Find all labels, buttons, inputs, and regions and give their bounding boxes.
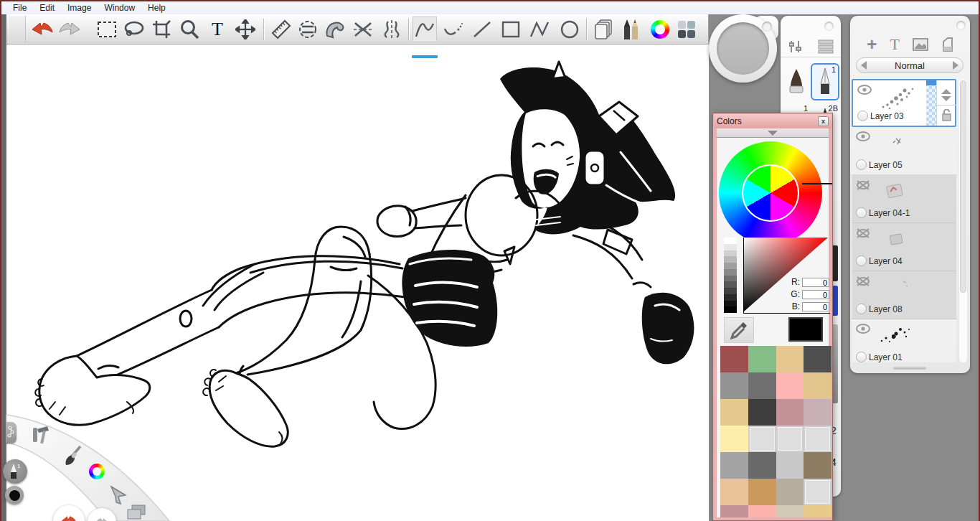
color-swatch[interactable]: [776, 479, 804, 505]
menu-window[interactable]: Window: [98, 2, 141, 14]
grayscale-strip[interactable]: [724, 238, 737, 313]
color-swatch[interactable]: [748, 452, 776, 479]
rectangle-tool[interactable]: [499, 18, 523, 41]
rect-select-tool[interactable]: [95, 18, 119, 41]
line-tool[interactable]: [470, 18, 494, 41]
layer-radio[interactable]: [856, 304, 867, 314]
color-wheel-inner-pie[interactable]: [742, 164, 799, 222]
color-swatch[interactable]: [720, 346, 748, 372]
color-wheel[interactable]: [719, 141, 822, 245]
ellipse-tool[interactable]: [557, 18, 582, 41]
layer-opacity-slider[interactable]: [926, 80, 936, 126]
tools-hammer-icon[interactable]: [30, 423, 50, 445]
brush-settings-icon[interactable]: [789, 40, 804, 53]
polyline-tool[interactable]: [527, 18, 552, 41]
layers-scrollbar-thumb[interactable]: [960, 80, 966, 293]
layer-collapse-arrows-icon[interactable]: [941, 89, 951, 101]
color-puck[interactable]: [5, 486, 24, 504]
panel-resize-grip[interactable]: [893, 367, 926, 370]
red-value-input[interactable]: 0: [802, 278, 829, 287]
eye-icon[interactable]: [857, 85, 872, 95]
panel-drag-hole[interactable]: [956, 21, 966, 30]
layer-radio[interactable]: [856, 255, 867, 266]
eye-hidden-icon[interactable]: [856, 276, 870, 287]
layer-row[interactable]: Layer 03: [852, 79, 956, 127]
lasso-tool[interactable]: [122, 18, 146, 41]
color-swatch[interactable]: [776, 399, 804, 426]
color-swatch[interactable]: [776, 372, 804, 399]
blend-next-arrow-icon[interactable]: [953, 61, 958, 70]
current-color-swatch[interactable]: [788, 317, 823, 342]
color-swatch[interactable]: [776, 505, 804, 517]
layer-row[interactable]: Layer 08: [852, 271, 956, 319]
symmetry-tool[interactable]: [296, 18, 320, 41]
menu-help[interactable]: Help: [142, 2, 171, 14]
color-swatch[interactable]: [748, 399, 776, 426]
color-swatch[interactable]: [720, 399, 748, 426]
eyedropper-button[interactable]: [724, 317, 754, 343]
color-swatch[interactable]: [776, 452, 804, 479]
copy-pages-tool[interactable]: [592, 18, 616, 41]
dotted-curve-tool[interactable]: [441, 18, 466, 41]
crop-tool[interactable]: [149, 18, 174, 41]
menu-edit[interactable]: Edit: [34, 2, 60, 14]
image-layer-button[interactable]: [913, 38, 928, 51]
color-swatch[interactable]: [804, 426, 831, 452]
layer-row[interactable]: Layer 04-1: [852, 175, 956, 223]
color-wheel-tool[interactable]: [648, 18, 672, 41]
lagoon-tab[interactable]: [6, 422, 17, 443]
layer-radio[interactable]: [856, 207, 867, 218]
eye-icon[interactable]: [856, 324, 870, 334]
color-swatch[interactable]: [748, 479, 776, 505]
color-swatch[interactable]: [804, 479, 831, 505]
ruler-tool[interactable]: [269, 18, 293, 41]
brush-item-partial[interactable]: [832, 324, 838, 403]
color-swatch[interactable]: [748, 372, 776, 399]
menu-file[interactable]: File: [7, 2, 32, 14]
color-swatch[interactable]: [804, 505, 831, 517]
paintbrush-icon[interactable]: [63, 445, 85, 468]
opacity-slider-handle[interactable]: [926, 80, 936, 85]
layers-scrollbar[interactable]: [959, 79, 967, 362]
layer-row[interactable]: Layer 05: [852, 127, 956, 175]
eye-icon[interactable]: [856, 131, 870, 141]
curve-tool-selected[interactable]: [413, 17, 437, 41]
color-swatch[interactable]: [748, 505, 776, 517]
layer-row[interactable]: Layer 01: [852, 319, 956, 362]
brush-list-icon[interactable]: [818, 39, 834, 54]
text-tool[interactable]: T: [205, 18, 230, 41]
undo-button[interactable]: [30, 18, 55, 41]
lagoon-ring[interactable]: [0, 400, 179, 521]
panel-drag-hole[interactable]: [824, 22, 834, 31]
color-swatch[interactable]: [804, 372, 831, 399]
close-icon[interactable]: x: [818, 116, 829, 126]
color-swatch[interactable]: [804, 399, 831, 426]
menu-image[interactable]: Image: [62, 2, 97, 14]
color-swatch[interactable]: [720, 505, 748, 517]
layer-radio[interactable]: [857, 111, 868, 121]
layer-radio[interactable]: [856, 159, 867, 170]
color-swatch[interactable]: [748, 426, 776, 452]
layer-row[interactable]: Layer 04: [852, 223, 956, 271]
redo-button[interactable]: [57, 18, 82, 41]
smudge-tool[interactable]: [323, 18, 347, 41]
color-swatch[interactable]: [748, 346, 776, 372]
brush-size-puck[interactable]: [709, 14, 777, 83]
distort-tool[interactable]: [351, 18, 375, 41]
blue-value-input[interactable]: 0: [802, 302, 829, 311]
eye-hidden-icon[interactable]: [856, 179, 870, 191]
blend-prev-arrow-icon[interactable]: [861, 61, 867, 70]
color-swatch[interactable]: [720, 452, 748, 479]
color-swatch[interactable]: [720, 372, 748, 399]
color-swatch[interactable]: [776, 346, 804, 372]
color-swatch[interactable]: [776, 426, 804, 452]
color-swatch[interactable]: [804, 452, 831, 479]
move-tool[interactable]: [233, 18, 258, 41]
colors-titlebar[interactable]: Colors x: [714, 114, 831, 128]
collapse-bar[interactable]: [717, 128, 829, 138]
color-swatch[interactable]: [720, 479, 748, 505]
layers-stack-icon[interactable]: [126, 504, 146, 521]
brush-puck[interactable]: 1: [3, 459, 27, 484]
blend-mode-selector[interactable]: Normal: [856, 57, 963, 73]
cursor-icon[interactable]: [109, 485, 128, 505]
